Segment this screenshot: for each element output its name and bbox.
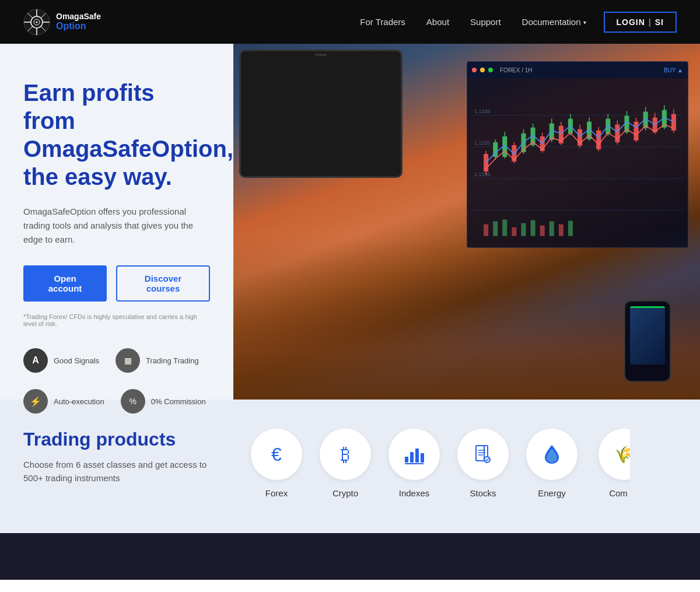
energy-icon-circle <box>526 429 578 480</box>
nav-traders[interactable]: For Traders <box>360 17 405 27</box>
trading-icon: ▦ <box>124 356 132 365</box>
tp-left: Trading products Choose from 6 asset cla… <box>0 429 233 485</box>
auto-label: Auto-execution <box>54 397 104 406</box>
svg-rect-73 <box>559 225 564 236</box>
login-label: LOGIN <box>617 17 645 27</box>
chevron-down-icon: ▾ <box>583 19 586 26</box>
svg-rect-81 <box>476 446 484 461</box>
open-account-button[interactable]: Open account <box>23 265 107 302</box>
good-signals-label: Good Signals <box>54 356 99 365</box>
tablet-device <box>239 50 402 178</box>
product-stocks[interactable]: Stocks <box>457 429 509 498</box>
feature-good-signals: A Good Signals <box>23 348 99 373</box>
svg-rect-72 <box>550 222 554 236</box>
svg-text:1.1195: 1.1195 <box>474 171 491 177</box>
footer-area <box>0 533 700 580</box>
product-commodities[interactable]: 🌾 Com <box>595 429 630 498</box>
trading-products-subtitle: Choose from 6 asset classes and get acce… <box>23 458 210 485</box>
good-signals-icon-wrap: A <box>23 348 48 373</box>
disclaimer-text: *Trading Forex/ CFDs is highly speculati… <box>23 313 210 327</box>
feature-trading: ▦ Trading Trading <box>116 348 199 373</box>
separator: | <box>649 17 652 27</box>
chart-dot-red <box>472 68 477 72</box>
bitcoin-icon: ₿ <box>341 444 350 465</box>
commission-label: 0% Commission <box>151 397 206 406</box>
feature-list: A Good Signals ▦ Trading Trading ⚡ Auto-… <box>23 348 210 414</box>
energy-label: Energy <box>538 488 566 498</box>
forex-label: Forex <box>265 488 288 498</box>
auto-icon-wrap: ⚡ <box>23 389 48 414</box>
product-energy[interactable]: Energy <box>526 429 578 498</box>
commodities-icon: 🌾 <box>614 445 631 464</box>
logo-text: OmagaSafe Option <box>56 12 101 31</box>
svg-text:1.1245: 1.1245 <box>474 108 491 114</box>
forex-icon-circle: € <box>251 429 302 480</box>
indexes-label: Indexes <box>399 488 430 498</box>
svg-point-3 <box>36 21 38 23</box>
svg-rect-78 <box>421 453 424 463</box>
trading-products-section: Trading products Choose from 6 asset cla… <box>0 400 700 533</box>
hero-buttons: Open account Discover courses <box>23 265 210 302</box>
product-list: € Forex ₿ Crypto Indexes <box>233 429 700 498</box>
svg-rect-65 <box>484 225 488 236</box>
phone-screen <box>630 306 665 365</box>
stocks-icon-circle <box>457 429 509 480</box>
svg-text:1.1220: 1.1220 <box>474 140 491 146</box>
nav-links: For Traders About Support Documentation … <box>360 17 586 27</box>
discover-courses-button[interactable]: Discover courses <box>116 265 210 302</box>
signup-label: SI <box>655 17 664 27</box>
login-button[interactable]: LOGIN | SI <box>604 12 677 33</box>
chart-header: FOREX / 1H BUY ▲ <box>467 62 688 78</box>
chart-svg: 1.1245 1.1220 1.1195 <box>472 83 683 243</box>
trading-products-title: Trading products <box>23 429 210 450</box>
trading-chart: FOREX / 1H BUY ▲ 1.1245 1.1220 1.1195 <box>467 61 688 248</box>
chart-dot-yellow <box>480 68 485 72</box>
logo[interactable]: OmagaSafe Option <box>23 9 101 36</box>
nav-docs-label: Documentation <box>522 17 581 27</box>
hero-left: Earn profits from OmagaSafeOption, the e… <box>0 44 233 400</box>
svg-rect-70 <box>531 220 536 236</box>
indexes-icon-circle <box>388 429 440 480</box>
chart-body: 1.1245 1.1220 1.1195 <box>467 78 688 247</box>
logo-line1: OmagaSafe <box>56 12 101 21</box>
euro-icon: € <box>271 444 282 465</box>
product-forex[interactable]: € Forex <box>251 429 302 498</box>
indexes-chart-icon <box>404 444 425 465</box>
product-indexes[interactable]: Indexes <box>388 429 440 498</box>
product-crypto[interactable]: ₿ Crypto <box>320 429 371 498</box>
navbar: OmagaSafe Option For Traders About Suppo… <box>0 0 700 44</box>
svg-rect-75 <box>405 457 408 463</box>
feature-commission: % 0% Commission <box>121 389 206 414</box>
svg-rect-77 <box>415 449 419 463</box>
hero-section: Earn profits from OmagaSafeOption, the e… <box>0 44 700 400</box>
trading-label: Trading Trading <box>146 356 199 365</box>
logo-icon <box>23 9 50 36</box>
percent-icon: % <box>130 397 136 406</box>
trading-icon-wrap: ▦ <box>116 348 140 373</box>
chart-buy-btn: BUY ▲ <box>664 67 683 73</box>
svg-rect-66 <box>493 222 498 236</box>
svg-rect-76 <box>410 452 414 463</box>
nav-about[interactable]: About <box>426 17 449 27</box>
chart-dot-green <box>488 68 493 72</box>
svg-rect-68 <box>512 227 516 236</box>
logo-line2: Option <box>56 21 101 31</box>
svg-rect-74 <box>568 221 573 236</box>
svg-rect-71 <box>540 226 545 236</box>
bolt-icon: ⚡ <box>30 396 41 407</box>
crypto-label: Crypto <box>332 488 358 498</box>
nav-documentation[interactable]: Documentation ▾ <box>522 17 586 27</box>
tablet-camera <box>315 54 327 56</box>
hero-subtitle: OmagaSafeOption offers you professional … <box>23 205 210 247</box>
nav-support[interactable]: Support <box>470 17 501 27</box>
commodities-icon-circle: 🌾 <box>598 429 630 480</box>
commission-icon-wrap: % <box>121 389 145 414</box>
crypto-icon-circle: ₿ <box>320 429 371 480</box>
hero-title: Earn profits from OmagaSafeOption, the e… <box>23 79 210 191</box>
stocks-document-icon <box>473 444 493 464</box>
good-signals-icon: A <box>32 355 39 366</box>
stocks-label: Stocks <box>470 488 496 498</box>
commodities-label: Com <box>609 488 628 498</box>
hero-image: FOREX / 1H BUY ▲ 1.1245 1.1220 1.1195 <box>233 44 700 400</box>
feature-auto: ⚡ Auto-execution <box>23 389 104 414</box>
